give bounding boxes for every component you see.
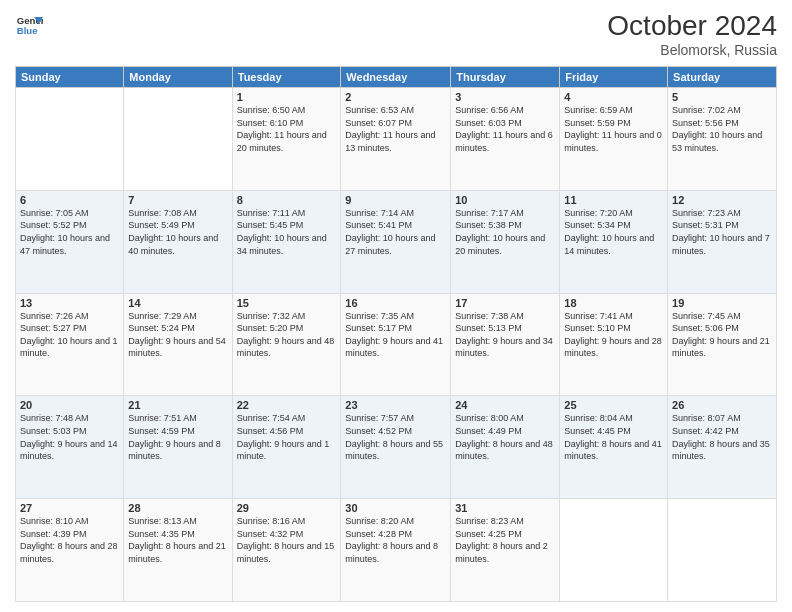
- calendar-cell: 29Sunrise: 8:16 AMSunset: 4:32 PMDayligh…: [232, 499, 341, 602]
- day-number: 31: [455, 502, 555, 514]
- calendar-cell: 25Sunrise: 8:04 AMSunset: 4:45 PMDayligh…: [560, 396, 668, 499]
- weekday-header-thursday: Thursday: [451, 67, 560, 88]
- day-number: 1: [237, 91, 337, 103]
- weekday-header-saturday: Saturday: [668, 67, 777, 88]
- weekday-header-wednesday: Wednesday: [341, 67, 451, 88]
- cell-details: Sunrise: 6:50 AMSunset: 6:10 PMDaylight:…: [237, 104, 337, 154]
- cell-details: Sunrise: 7:17 AMSunset: 5:38 PMDaylight:…: [455, 207, 555, 257]
- calendar-cell: 5Sunrise: 7:02 AMSunset: 5:56 PMDaylight…: [668, 88, 777, 191]
- calendar-cell: [668, 499, 777, 602]
- day-number: 2: [345, 91, 446, 103]
- calendar-cell: 18Sunrise: 7:41 AMSunset: 5:10 PMDayligh…: [560, 293, 668, 396]
- calendar-cell: 2Sunrise: 6:53 AMSunset: 6:07 PMDaylight…: [341, 88, 451, 191]
- weekday-header-friday: Friday: [560, 67, 668, 88]
- cell-details: Sunrise: 7:45 AMSunset: 5:06 PMDaylight:…: [672, 310, 772, 360]
- calendar-cell: 22Sunrise: 7:54 AMSunset: 4:56 PMDayligh…: [232, 396, 341, 499]
- weekday-header-tuesday: Tuesday: [232, 67, 341, 88]
- calendar-cell: [124, 88, 232, 191]
- cell-details: Sunrise: 8:00 AMSunset: 4:49 PMDaylight:…: [455, 412, 555, 462]
- calendar-cell: 31Sunrise: 8:23 AMSunset: 4:25 PMDayligh…: [451, 499, 560, 602]
- calendar-cell: 28Sunrise: 8:13 AMSunset: 4:35 PMDayligh…: [124, 499, 232, 602]
- day-number: 5: [672, 91, 772, 103]
- calendar-cell: 6Sunrise: 7:05 AMSunset: 5:52 PMDaylight…: [16, 190, 124, 293]
- logo-icon: General Blue: [15, 10, 43, 38]
- day-number: 20: [20, 399, 119, 411]
- day-number: 21: [128, 399, 227, 411]
- calendar-table: SundayMondayTuesdayWednesdayThursdayFrid…: [15, 66, 777, 602]
- calendar-cell: 20Sunrise: 7:48 AMSunset: 5:03 PMDayligh…: [16, 396, 124, 499]
- logo: General Blue: [15, 10, 43, 38]
- cell-details: Sunrise: 7:29 AMSunset: 5:24 PMDaylight:…: [128, 310, 227, 360]
- cell-details: Sunrise: 8:07 AMSunset: 4:42 PMDaylight:…: [672, 412, 772, 462]
- cell-details: Sunrise: 8:23 AMSunset: 4:25 PMDaylight:…: [455, 515, 555, 565]
- day-number: 19: [672, 297, 772, 309]
- calendar-cell: [560, 499, 668, 602]
- day-number: 26: [672, 399, 772, 411]
- calendar-cell: 10Sunrise: 7:17 AMSunset: 5:38 PMDayligh…: [451, 190, 560, 293]
- day-number: 4: [564, 91, 663, 103]
- day-number: 25: [564, 399, 663, 411]
- day-number: 3: [455, 91, 555, 103]
- day-number: 14: [128, 297, 227, 309]
- weekday-header-sunday: Sunday: [16, 67, 124, 88]
- day-number: 30: [345, 502, 446, 514]
- cell-details: Sunrise: 6:53 AMSunset: 6:07 PMDaylight:…: [345, 104, 446, 154]
- cell-details: Sunrise: 7:32 AMSunset: 5:20 PMDaylight:…: [237, 310, 337, 360]
- cell-details: Sunrise: 8:10 AMSunset: 4:39 PMDaylight:…: [20, 515, 119, 565]
- cell-details: Sunrise: 7:48 AMSunset: 5:03 PMDaylight:…: [20, 412, 119, 462]
- day-number: 28: [128, 502, 227, 514]
- cell-details: Sunrise: 7:51 AMSunset: 4:59 PMDaylight:…: [128, 412, 227, 462]
- calendar-cell: 9Sunrise: 7:14 AMSunset: 5:41 PMDaylight…: [341, 190, 451, 293]
- calendar-cell: 12Sunrise: 7:23 AMSunset: 5:31 PMDayligh…: [668, 190, 777, 293]
- cell-details: Sunrise: 8:13 AMSunset: 4:35 PMDaylight:…: [128, 515, 227, 565]
- calendar-cell: 15Sunrise: 7:32 AMSunset: 5:20 PMDayligh…: [232, 293, 341, 396]
- calendar-cell: 4Sunrise: 6:59 AMSunset: 5:59 PMDaylight…: [560, 88, 668, 191]
- month-title: October 2024: [607, 10, 777, 42]
- cell-details: Sunrise: 7:26 AMSunset: 5:27 PMDaylight:…: [20, 310, 119, 360]
- calendar-cell: 7Sunrise: 7:08 AMSunset: 5:49 PMDaylight…: [124, 190, 232, 293]
- cell-details: Sunrise: 7:41 AMSunset: 5:10 PMDaylight:…: [564, 310, 663, 360]
- title-block: October 2024 Belomorsk, Russia: [607, 10, 777, 58]
- cell-details: Sunrise: 7:57 AMSunset: 4:52 PMDaylight:…: [345, 412, 446, 462]
- calendar-cell: 30Sunrise: 8:20 AMSunset: 4:28 PMDayligh…: [341, 499, 451, 602]
- day-number: 13: [20, 297, 119, 309]
- calendar-cell: 16Sunrise: 7:35 AMSunset: 5:17 PMDayligh…: [341, 293, 451, 396]
- cell-details: Sunrise: 7:38 AMSunset: 5:13 PMDaylight:…: [455, 310, 555, 360]
- day-number: 24: [455, 399, 555, 411]
- day-number: 22: [237, 399, 337, 411]
- calendar-cell: 21Sunrise: 7:51 AMSunset: 4:59 PMDayligh…: [124, 396, 232, 499]
- calendar-cell: 19Sunrise: 7:45 AMSunset: 5:06 PMDayligh…: [668, 293, 777, 396]
- day-number: 10: [455, 194, 555, 206]
- location-title: Belomorsk, Russia: [607, 42, 777, 58]
- day-number: 8: [237, 194, 337, 206]
- cell-details: Sunrise: 7:20 AMSunset: 5:34 PMDaylight:…: [564, 207, 663, 257]
- cell-details: Sunrise: 7:11 AMSunset: 5:45 PMDaylight:…: [237, 207, 337, 257]
- cell-details: Sunrise: 6:56 AMSunset: 6:03 PMDaylight:…: [455, 104, 555, 154]
- day-number: 16: [345, 297, 446, 309]
- calendar-cell: [16, 88, 124, 191]
- calendar-cell: 11Sunrise: 7:20 AMSunset: 5:34 PMDayligh…: [560, 190, 668, 293]
- day-number: 15: [237, 297, 337, 309]
- calendar-cell: 23Sunrise: 7:57 AMSunset: 4:52 PMDayligh…: [341, 396, 451, 499]
- cell-details: Sunrise: 7:02 AMSunset: 5:56 PMDaylight:…: [672, 104, 772, 154]
- cell-details: Sunrise: 8:04 AMSunset: 4:45 PMDaylight:…: [564, 412, 663, 462]
- day-number: 12: [672, 194, 772, 206]
- calendar-cell: 17Sunrise: 7:38 AMSunset: 5:13 PMDayligh…: [451, 293, 560, 396]
- day-number: 23: [345, 399, 446, 411]
- calendar-cell: 14Sunrise: 7:29 AMSunset: 5:24 PMDayligh…: [124, 293, 232, 396]
- calendar-cell: 13Sunrise: 7:26 AMSunset: 5:27 PMDayligh…: [16, 293, 124, 396]
- day-number: 17: [455, 297, 555, 309]
- calendar-cell: 26Sunrise: 8:07 AMSunset: 4:42 PMDayligh…: [668, 396, 777, 499]
- weekday-header-monday: Monday: [124, 67, 232, 88]
- calendar-cell: 27Sunrise: 8:10 AMSunset: 4:39 PMDayligh…: [16, 499, 124, 602]
- day-number: 7: [128, 194, 227, 206]
- cell-details: Sunrise: 7:14 AMSunset: 5:41 PMDaylight:…: [345, 207, 446, 257]
- calendar-cell: 1Sunrise: 6:50 AMSunset: 6:10 PMDaylight…: [232, 88, 341, 191]
- cell-details: Sunrise: 7:08 AMSunset: 5:49 PMDaylight:…: [128, 207, 227, 257]
- day-number: 6: [20, 194, 119, 206]
- cell-details: Sunrise: 7:54 AMSunset: 4:56 PMDaylight:…: [237, 412, 337, 462]
- cell-details: Sunrise: 7:23 AMSunset: 5:31 PMDaylight:…: [672, 207, 772, 257]
- cell-details: Sunrise: 6:59 AMSunset: 5:59 PMDaylight:…: [564, 104, 663, 154]
- cell-details: Sunrise: 8:20 AMSunset: 4:28 PMDaylight:…: [345, 515, 446, 565]
- day-number: 18: [564, 297, 663, 309]
